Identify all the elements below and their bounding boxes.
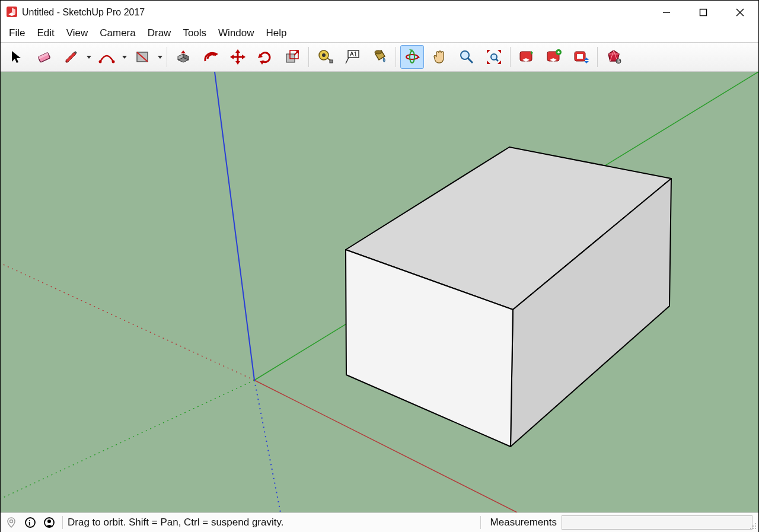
paint-bucket-tool[interactable]	[368, 45, 391, 69]
line-tool[interactable]	[59, 45, 83, 69]
3dwarehouse-share-button[interactable]	[542, 45, 566, 69]
offset-tool[interactable]	[199, 45, 222, 69]
svg-line-26	[496, 59, 498, 61]
resize-grip-icon[interactable]	[749, 522, 757, 530]
text-tool[interactable]: A1	[340, 45, 364, 69]
menu-edit[interactable]: Edit	[31, 25, 60, 42]
credits-icon[interactable]: i	[22, 514, 39, 531]
shapes-tool[interactable]	[130, 45, 154, 69]
maximize-button[interactable]	[685, 1, 722, 24]
zoom-tool[interactable]	[455, 45, 479, 69]
svg-rect-50	[755, 528, 756, 529]
status-divider	[62, 516, 63, 529]
svg-rect-48	[750, 528, 751, 529]
app-window: Untitled - SketchUp Pro 2017 File Edit V…	[0, 0, 759, 532]
svg-rect-31	[577, 54, 583, 59]
titlebar-left: Untitled - SketchUp Pro 2017	[1, 5, 145, 20]
svg-text:i: i	[28, 519, 31, 527]
toolbar-separator	[597, 47, 598, 67]
menu-view[interactable]: View	[60, 25, 94, 42]
svg-rect-2	[700, 9, 707, 16]
menu-help[interactable]: Help	[260, 25, 293, 42]
app-icon	[5, 5, 18, 20]
menu-camera[interactable]: Camera	[94, 25, 141, 42]
svg-point-20	[375, 50, 382, 54]
arc-tool-dropdown[interactable]	[120, 46, 129, 68]
status-divider	[480, 516, 481, 529]
svg-rect-49	[752, 528, 754, 529]
scale-tool[interactable]	[280, 45, 304, 69]
toolbar-separator	[308, 47, 309, 67]
titlebar: Untitled - SketchUp Pro 2017	[1, 1, 758, 24]
pushpull-tool[interactable]	[171, 45, 195, 69]
rotate-tool[interactable]	[253, 45, 277, 69]
geolocation-icon[interactable]	[3, 514, 20, 531]
orbit-tool[interactable]	[400, 45, 424, 69]
svg-point-8	[112, 60, 115, 63]
statusbar: i Drag to orbit. Shift = Pan, Ctrl = sus…	[1, 512, 758, 532]
status-hint: Drag to orbit. Shift = Pan, Ctrl = suspe…	[68, 517, 283, 528]
menubar: File Edit View Camera Draw Tools Window …	[1, 24, 758, 42]
toolbar: A1	[1, 42, 758, 72]
move-tool[interactable]	[226, 45, 250, 69]
line-tool-dropdown[interactable]	[85, 46, 93, 68]
window-controls	[648, 1, 758, 24]
toolbar-separator	[396, 47, 396, 67]
svg-point-44	[47, 520, 51, 523]
menu-window[interactable]: Window	[212, 25, 260, 42]
model-viewport[interactable]	[1, 72, 758, 512]
svg-line-24	[468, 58, 473, 63]
eraser-tool[interactable]	[32, 45, 56, 69]
ruby-console-button[interactable]	[602, 45, 626, 69]
3dwarehouse-get-button[interactable]	[515, 45, 538, 69]
close-button[interactable]	[722, 1, 758, 24]
svg-point-7	[99, 60, 102, 63]
svg-point-16	[322, 53, 326, 57]
menu-tools[interactable]: Tools	[177, 25, 212, 42]
svg-point-22	[410, 51, 414, 63]
menu-draw[interactable]: Draw	[142, 25, 177, 42]
user-icon[interactable]	[41, 514, 58, 531]
select-tool[interactable]	[5, 45, 28, 69]
pan-tool[interactable]	[428, 45, 451, 69]
svg-point-23	[461, 51, 469, 59]
measurements-label: Measurements	[486, 517, 562, 528]
extension-warehouse-button[interactable]	[569, 45, 593, 69]
svg-text:A1: A1	[350, 51, 358, 58]
svg-point-21	[406, 55, 418, 59]
toolbar-separator	[510, 47, 511, 67]
svg-rect-46	[752, 525, 754, 527]
svg-rect-47	[755, 525, 756, 527]
toolbar-separator	[167, 47, 167, 67]
minimize-button[interactable]	[648, 1, 685, 24]
svg-rect-13	[286, 54, 295, 62]
measurements-input[interactable]	[562, 515, 752, 530]
arc-tool[interactable]	[95, 45, 119, 69]
menu-file[interactable]: File	[3, 25, 31, 42]
shapes-tool-dropdown[interactable]	[156, 46, 164, 68]
svg-rect-17	[330, 60, 333, 63]
tape-measure-tool[interactable]	[313, 45, 337, 69]
svg-rect-45	[755, 523, 756, 524]
window-title: Untitled - SketchUp Pro 2017	[22, 7, 145, 18]
svg-point-40	[10, 520, 13, 523]
zoom-extents-tool[interactable]	[482, 45, 506, 69]
